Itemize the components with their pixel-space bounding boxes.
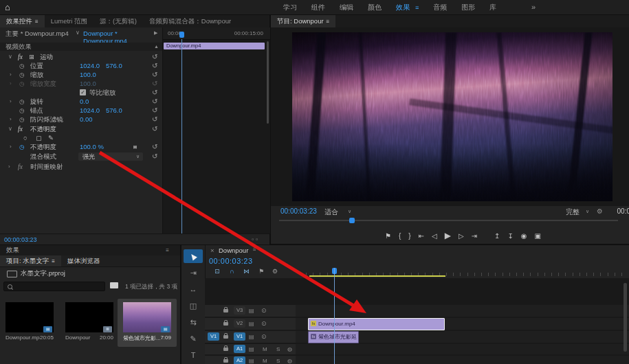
play-button-icon[interactable]: ▶ [445, 231, 451, 240]
comparison-view-icon[interactable]: ▣ [535, 232, 541, 240]
goto-in-icon[interactable]: ⇤ [419, 232, 424, 240]
eye-icon[interactable]: ⊙ [261, 333, 267, 340]
lock-icon[interactable] [223, 335, 228, 339]
voiceover-mic-icon[interactable]: ◍ [287, 346, 292, 352]
eye-icon[interactable]: ⊙ [261, 307, 267, 314]
mini-zoom-controls-icon[interactable]: ▫▫ [252, 236, 260, 242]
scrubber-playhead[interactable] [349, 218, 355, 223]
twirl-closed-icon[interactable]: › [10, 71, 12, 79]
twirl-closed-icon[interactable]: › [8, 163, 10, 171]
mark-in-icon[interactable]: { [399, 232, 401, 240]
track-header[interactable]: V2 ▤ ⊙ [205, 318, 296, 330]
mini-timeline-ruler[interactable]: 00:00 00:00:15:00 [163, 27, 270, 40]
workspace-audio[interactable]: 音频 [433, 3, 447, 12]
opacity-effect-label[interactable]: 不透明度 [30, 125, 56, 133]
workspace-effects-menu-icon[interactable]: ≡ [415, 4, 419, 11]
track-header[interactable]: A2 ▤ M S ◍ [205, 356, 296, 364]
sync-lock-icon[interactable]: ▤ [249, 346, 254, 352]
next-keyframe-icon[interactable]: ▶ [133, 143, 139, 151]
panel-menu-icon[interactable]: ≡ [327, 19, 330, 25]
tab-effect-controls[interactable]: 效果控件≡ [0, 15, 45, 27]
collapse-up-icon[interactable]: ▲ [154, 43, 159, 51]
project-item-downpour-mp4[interactable]: ▤ Downpour.mp420:05 [0, 299, 59, 347]
workspace-editing[interactable]: 编辑 [340, 3, 353, 12]
reset-icon[interactable]: ↺ [152, 71, 157, 79]
mini-playhead-marker[interactable] [179, 32, 184, 38]
track-select-tool[interactable]: ⇥ [184, 266, 203, 280]
track-lane[interactable] [296, 305, 629, 317]
twirl-open-icon[interactable]: ∨ [8, 53, 12, 61]
timeline-scrollbar[interactable] [624, 283, 627, 352]
track-badge[interactable]: V1 [234, 332, 245, 341]
project-bin-row[interactable]: 水墨文字.prproj [0, 268, 180, 279]
clip-purple-city[interactable]: fx紫色城市光影延 [308, 331, 359, 343]
clip-downpour-mp4[interactable]: fxDownpour.mp4 [308, 318, 445, 330]
position-x-value[interactable]: 1024.0 [80, 62, 100, 70]
export-frame-icon[interactable]: ◉ [521, 232, 527, 240]
twirl-closed-icon[interactable]: › [10, 115, 12, 124]
home-icon[interactable]: ⌂ [5, 2, 10, 12]
opacity-value[interactable]: 100.0 % [80, 143, 104, 151]
settings-wrench-icon[interactable]: ⚙ [597, 207, 603, 215]
lift-icon[interactable]: ↥ [494, 232, 500, 240]
track-badge[interactable]: A2 [234, 356, 245, 364]
reset-icon[interactable]: ↺ [152, 143, 157, 151]
playback-resolution-dropdown[interactable]: 完整 [566, 207, 580, 217]
lock-icon[interactable] [223, 359, 228, 363]
panel-menu-icon[interactable]: ≡ [253, 247, 256, 253]
zoom-fit-dropdown[interactable]: 适合 [324, 207, 338, 217]
rotation-value[interactable]: 0.0 [80, 98, 89, 106]
twirl-open-icon[interactable]: ∨ [8, 125, 12, 133]
reset-icon[interactable]: ↺ [152, 53, 157, 61]
mute-button[interactable]: M [263, 346, 267, 352]
reset-icon[interactable]: ↺ [152, 62, 157, 70]
anchor-y-value[interactable]: 576.0 [106, 106, 122, 115]
pen-mask-icon[interactable]: ✎ [48, 134, 54, 142]
mute-button[interactable]: M [263, 358, 267, 364]
add-marker-icon[interactable]: ⚑ [385, 232, 391, 240]
project-item-purple-city[interactable]: ▤ 紫色城市光影...7:09 [118, 299, 177, 347]
stopwatch-icon[interactable]: ◷ [19, 98, 25, 106]
type-tool[interactable]: T [184, 348, 203, 362]
reset-icon[interactable]: ↺ [152, 115, 157, 124]
ripple-edit-tool[interactable]: ↔ [184, 282, 203, 296]
track-lane[interactable] [296, 356, 629, 364]
goto-out-icon[interactable]: ⇥ [472, 232, 477, 240]
uniform-scale-checkbox[interactable]: ✓ [80, 89, 86, 95]
fx-badge-icon[interactable]: fx [18, 53, 23, 61]
extract-icon[interactable]: ↧ [507, 232, 513, 240]
stopwatch-icon[interactable]: ◷ [19, 71, 25, 79]
voiceover-mic-icon[interactable]: ◍ [287, 358, 292, 364]
ellipse-mask-icon[interactable]: ○ [23, 134, 27, 142]
project-item-downpour-sequence[interactable]: ≣ Downpour20:00 [60, 299, 119, 347]
solo-button[interactable]: S [276, 358, 280, 364]
chevron-down-icon[interactable]: ∨ [348, 209, 351, 214]
project-bin-name[interactable]: 水墨文字.prproj [21, 269, 65, 278]
tab-project[interactable]: 项目: 水墨文字≡ [0, 255, 61, 266]
effect-controls-mini-timeline[interactable]: 00:00 00:00:15:00 Downpour.mp4 [162, 27, 270, 234]
lock-icon[interactable] [223, 322, 228, 326]
antiflicker-value[interactable]: 0.00 [80, 115, 93, 124]
blend-mode-dropdown[interactable]: 强光∨ [78, 152, 143, 161]
stopwatch-icon[interactable]: ◷ [19, 143, 25, 151]
source-patch-badge[interactable]: V1 [208, 332, 219, 341]
tab-source[interactable]: 源：(无剪辑) [93, 15, 143, 27]
sync-lock-icon[interactable]: ▤ [249, 321, 254, 327]
track-badge[interactable]: V3 [234, 306, 245, 315]
selection-tool[interactable] [184, 249, 203, 263]
search-input[interactable] [3, 282, 105, 291]
sequence-tab[interactable]: × Downpour ≡ [205, 245, 629, 255]
lock-icon[interactable] [223, 348, 228, 351]
reset-icon[interactable]: ↺ [152, 98, 157, 106]
twirl-closed-icon[interactable]: › [10, 143, 12, 151]
sync-lock-icon[interactable]: ▤ [249, 358, 254, 364]
master-clip-label[interactable]: 主要 * Downpour.mp4 [5, 30, 69, 38]
track-header[interactable]: V1 V1 ▤ ⊙ [205, 331, 296, 343]
anchor-x-value[interactable]: 1024.0 [80, 106, 100, 115]
track-badge[interactable]: V2 [234, 319, 245, 328]
sequence-tab-label[interactable]: Downpour [219, 247, 248, 254]
time-remap-label[interactable]: 时间重映射 [30, 163, 63, 171]
mini-timeline-clip[interactable]: Downpour.mp4 [164, 43, 265, 49]
program-timecode[interactable]: 00:00:03:23 [280, 207, 317, 215]
mark-out-icon[interactable]: } [408, 232, 410, 240]
